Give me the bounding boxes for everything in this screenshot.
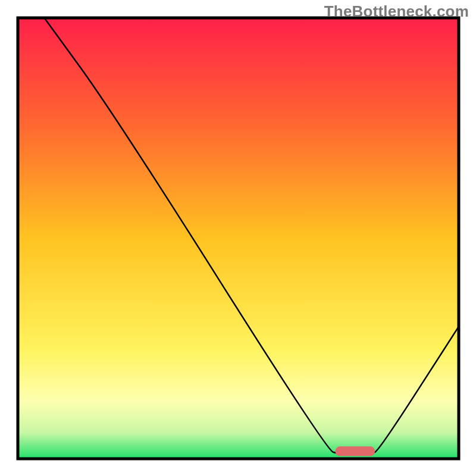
plot-background (18, 18, 459, 459)
bottleneck-chart (0, 0, 476, 476)
highlight-pill (336, 446, 375, 456)
chart-container: TheBottleneck.com (0, 0, 476, 476)
watermark-text: TheBottleneck.com (324, 2, 469, 21)
